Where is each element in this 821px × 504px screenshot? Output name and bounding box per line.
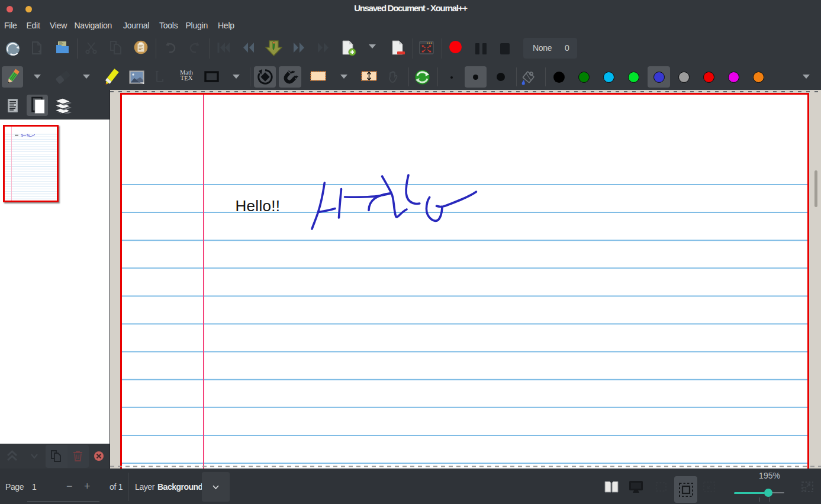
svg-text:Hello!!: Hello!!: [236, 197, 281, 215]
